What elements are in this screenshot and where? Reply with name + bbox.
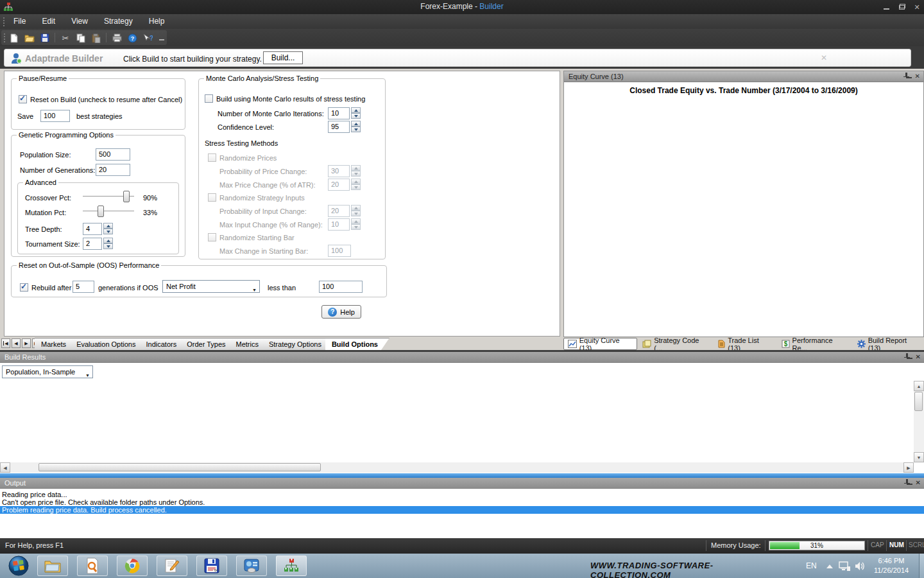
randomize-inputs-checkbox[interactable] <box>208 193 216 202</box>
output-line-selected[interactable]: Problem reading price data. Build proces… <box>0 506 924 514</box>
build-button[interactable]: Build... <box>263 51 303 64</box>
taskbar-explorer-button[interactable] <box>37 556 68 576</box>
slider-thumb[interactable] <box>98 206 104 217</box>
minimize-button[interactable] <box>879 3 893 12</box>
close-panel-icon[interactable]: ✕ <box>915 73 920 80</box>
prob-price-change-input[interactable]: 30 <box>328 165 350 177</box>
toolbar-overflow-icon[interactable] <box>159 35 164 40</box>
crossover-pct-slider[interactable] <box>83 191 134 202</box>
maximize-button[interactable] <box>894 3 909 12</box>
prev-tab-button[interactable]: ◀ <box>12 338 21 348</box>
tournament-size-stepper[interactable] <box>103 238 113 250</box>
taskbar-clock[interactable]: 6:46 PM 11/26/2014 <box>870 556 912 575</box>
org-chart-icon <box>283 557 300 574</box>
pin-icon[interactable] <box>903 73 910 80</box>
branding-close-icon[interactable]: ✕ <box>821 53 827 62</box>
tab-trade-list[interactable]: Trade List (13) <box>714 338 776 350</box>
build-monte-carlo-checkbox[interactable] <box>205 94 213 103</box>
help-icon[interactable]: ? <box>126 32 139 44</box>
taskbar-builder-button[interactable] <box>276 556 307 576</box>
tab-build-report[interactable]: Build Report (13) <box>853 338 924 350</box>
max-starting-bar-input[interactable]: 100 <box>328 245 351 257</box>
show-desktop-button[interactable] <box>919 554 924 578</box>
vertical-scrollbar[interactable]: ▲ ▼ <box>914 381 924 462</box>
max-price-change-input[interactable]: 20 <box>328 179 350 191</box>
tab-build-options[interactable]: Build Options <box>325 338 389 350</box>
panel-splitter[interactable] <box>0 473 924 478</box>
tab-order-types[interactable]: Order Types <box>180 338 237 350</box>
start-button[interactable] <box>8 555 30 577</box>
max-input-change-label: Max Input Change (% of Range): <box>219 221 323 229</box>
status-hint: For Help, press F1 <box>5 541 64 549</box>
dollar-report-icon: $ <box>782 340 790 348</box>
pin-icon[interactable] <box>904 353 911 360</box>
open-file-icon[interactable] <box>23 32 36 44</box>
mutation-pct-slider[interactable] <box>83 206 134 217</box>
first-tab-button[interactable]: ◀ <box>1 338 10 348</box>
taskbar-floppy-button[interactable]: 64 <box>196 556 227 576</box>
prob-input-change-stepper[interactable] <box>351 205 361 217</box>
tab-equity-curve[interactable]: Equity Curve (13) <box>563 338 637 350</box>
show-hidden-icons-button[interactable] <box>826 565 833 568</box>
taskbar-control-panel-button[interactable] <box>236 556 267 576</box>
context-help-icon[interactable]: ? <box>141 32 154 44</box>
close-panel-icon[interactable]: ✕ <box>916 479 921 486</box>
prob-price-change-stepper[interactable] <box>351 165 361 177</box>
generations-input[interactable]: 20 <box>96 164 130 176</box>
rebuild-checkbox[interactable]: ✓ <box>20 283 28 292</box>
confidence-level-stepper[interactable] <box>351 121 361 133</box>
rebuild-generations-input[interactable]: 5 <box>73 281 94 293</box>
randomize-inputs-label: Randomize Strategy Inputs <box>219 194 305 202</box>
paste-icon[interactable] <box>90 32 103 44</box>
max-price-change-stepper[interactable] <box>351 179 361 191</box>
results-filter-dropdown[interactable]: Population, In-Sample ▼ <box>2 365 93 378</box>
randomize-prices-checkbox[interactable] <box>208 153 216 162</box>
close-button[interactable]: ✕ <box>910 3 924 12</box>
tournament-size-input[interactable]: 2 <box>83 238 102 250</box>
oos-threshold-input[interactable]: 100 <box>319 281 363 293</box>
group-title: Monte Carlo Analysis/Stress Testing <box>204 74 320 82</box>
menu-view[interactable]: View <box>64 14 95 29</box>
taskbar-editor-button[interactable] <box>157 556 187 576</box>
confidence-level-input[interactable]: 95 <box>328 121 350 133</box>
mc-iterations-stepper[interactable] <box>351 107 361 119</box>
pin-icon[interactable] <box>904 479 911 486</box>
save-label: Save <box>17 112 33 121</box>
network-icon[interactable] <box>838 561 851 572</box>
tab-evaluation-options[interactable]: Evaluation Options <box>70 338 147 350</box>
randomize-starting-bar-checkbox[interactable] <box>208 233 216 241</box>
help-button[interactable]: ? Help <box>321 305 361 319</box>
prob-input-change-input[interactable]: 20 <box>328 205 350 217</box>
tab-strategy-code[interactable]: Strategy Code (... <box>638 338 712 350</box>
save-icon[interactable] <box>38 32 51 44</box>
taskbar-chrome-button[interactable] <box>117 556 148 576</box>
max-input-change-stepper[interactable] <box>351 218 361 231</box>
cut-icon[interactable]: ✂ <box>59 32 72 44</box>
menu-help[interactable]: Help <box>142 14 172 29</box>
population-size-input[interactable]: 500 <box>96 148 130 161</box>
close-panel-icon[interactable]: ✕ <box>916 353 921 360</box>
menu-edit[interactable]: Edit <box>35 14 62 29</box>
tree-depth-input[interactable]: 4 <box>83 223 102 235</box>
tree-depth-stepper[interactable] <box>103 223 113 235</box>
new-file-icon[interactable] <box>8 32 21 44</box>
language-indicator[interactable]: EN <box>806 561 817 570</box>
tab-strategy-options[interactable]: Strategy Options <box>262 338 333 350</box>
horizontal-scrollbar[interactable]: ◀ ▶ <box>0 462 914 473</box>
oos-metric-dropdown[interactable]: Net Profit ▼ <box>162 280 260 293</box>
print-icon[interactable] <box>110 32 123 44</box>
toolbar: ✂ ? ? <box>0 29 924 46</box>
mc-iterations-input[interactable]: 10 <box>328 107 350 119</box>
next-tab-button[interactable]: ▶ <box>22 338 31 348</box>
mutation-pct-label: Mutation Pct: <box>25 209 66 217</box>
volume-icon[interactable] <box>855 561 866 571</box>
menu-file[interactable]: File <box>6 14 33 29</box>
max-input-change-input[interactable]: 10 <box>328 218 350 231</box>
copy-icon[interactable] <box>74 32 87 44</box>
slider-thumb[interactable] <box>123 191 130 202</box>
menu-strategy[interactable]: Strategy <box>97 14 140 29</box>
reset-on-build-checkbox[interactable]: ✓ <box>19 95 27 103</box>
taskbar-search-button[interactable] <box>77 556 108 576</box>
tab-performance-report[interactable]: $ Performance Re... <box>778 338 852 350</box>
save-strategies-input[interactable]: 100 <box>40 110 70 122</box>
